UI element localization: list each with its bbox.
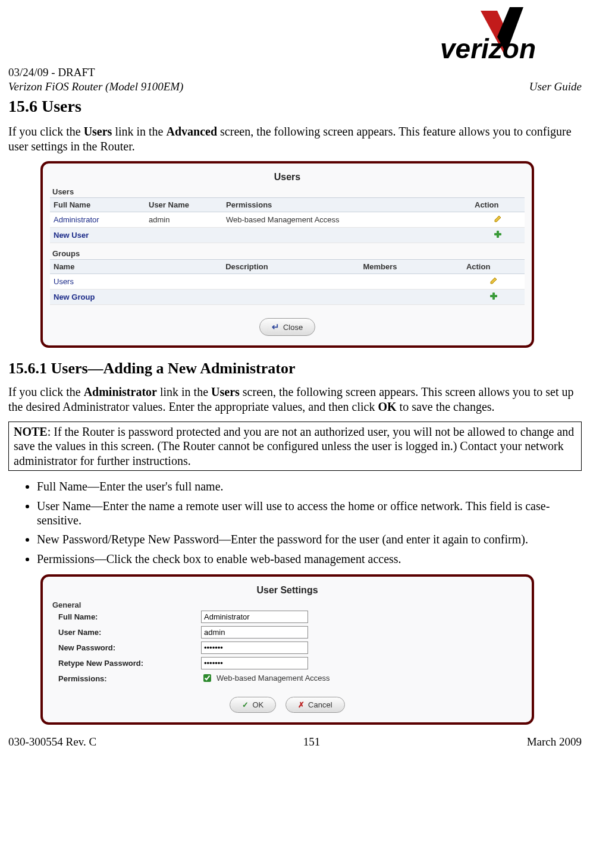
product-name: Verizon FiOS Router (Model 9100EM): [8, 80, 183, 93]
x-icon: ✗: [298, 700, 305, 709]
list-item: Full Name—Enter the user's full name.: [37, 479, 582, 493]
table-header-row: Name Description Members Action: [50, 260, 525, 274]
new-password-label: New Password:: [58, 641, 195, 654]
permissions-checkbox[interactable]: [203, 674, 211, 682]
user-name-label: User Name:: [58, 626, 195, 639]
retype-password-label: Retype New Password:: [58, 657, 195, 669]
button-bar: ↵ Close: [50, 318, 525, 336]
user-name-field[interactable]: [201, 626, 308, 639]
svg-rect-3: [490, 295, 497, 297]
table-row: New Group: [50, 290, 525, 305]
logo-row: verizon: [8, 7, 582, 64]
user-link[interactable]: Administrator: [54, 215, 99, 224]
list-item: Permissions—Click the check box to enabl…: [37, 552, 582, 566]
section-intro: If you click the Users link in the Advan…: [8, 124, 582, 154]
add-icon[interactable]: [489, 292, 498, 300]
user-settings-panel: User Settings General Full Name: User Na…: [40, 574, 534, 725]
cancel-button[interactable]: ✗ Cancel: [285, 697, 344, 713]
table-header-row: Full Name User Name Permissions Action: [50, 198, 525, 212]
guide-label: User Guide: [529, 80, 582, 93]
users-section-label: Users: [52, 187, 525, 196]
table-row: Administrator admin Web-based Management…: [50, 212, 525, 228]
list-item: User Name—Enter the name a remote user w…: [37, 499, 582, 528]
permissions-text: Web-based Management Access: [216, 674, 330, 683]
page-footer: 030-300554 Rev. C 151 March 2009: [8, 735, 582, 749]
bullet-list: Full Name—Enter the user's full name. Us…: [8, 479, 582, 566]
header-row: Verizon FiOS Router (Model 9100EM) User …: [8, 80, 582, 93]
panel-title: Users: [50, 172, 525, 183]
new-password-field[interactable]: [201, 641, 308, 654]
groups-section-label: Groups: [52, 249, 525, 258]
close-button[interactable]: ↵ Close: [259, 318, 315, 336]
add-icon[interactable]: [494, 230, 502, 238]
draft-date: 03/24/09 - DRAFT: [8, 66, 582, 79]
section-heading: 15.6 Users: [8, 97, 582, 116]
button-bar: ✓ OK ✗ Cancel: [50, 697, 525, 713]
list-item: New Password/Retype New Password—Enter t…: [37, 532, 582, 546]
general-label: General: [52, 600, 525, 609]
full-name-field[interactable]: [201, 611, 308, 623]
note-box: NOTE: If the Router is password protecte…: [8, 422, 582, 471]
panel-title: User Settings: [50, 585, 525, 596]
svg-rect-1: [494, 233, 501, 235]
full-name-label: Full Name:: [58, 611, 195, 623]
form-grid: Full Name: User Name: New Password: Rety…: [50, 611, 525, 684]
new-group-link[interactable]: New Group: [54, 293, 95, 301]
retype-password-field[interactable]: [201, 657, 308, 669]
permissions-label: Permissions:: [58, 672, 195, 684]
users-table: Full Name User Name Permissions Action A…: [50, 197, 525, 243]
footer-right: March 2009: [527, 735, 582, 749]
group-link[interactable]: Users: [54, 277, 74, 286]
return-icon: ↵: [272, 322, 280, 332]
users-panel: Users Users Full Name User Name Permissi…: [40, 161, 534, 348]
groups-table: Name Description Members Action Users Ne…: [50, 259, 525, 305]
check-icon: ✓: [242, 700, 249, 709]
ok-button[interactable]: ✓ OK: [230, 697, 276, 713]
edit-icon[interactable]: [494, 215, 502, 223]
subsection-text: If you click the Administrator link in t…: [8, 385, 582, 414]
footer-page: 151: [303, 735, 321, 749]
new-user-link[interactable]: New User: [54, 231, 89, 240]
footer-left: 030-300554 Rev. C: [8, 735, 96, 749]
logo-text: verizon: [440, 33, 536, 64]
subsection-heading: 15.6.1 Users—Adding a New Administrator: [8, 360, 582, 378]
table-row: Users: [50, 274, 525, 290]
table-row: New User: [50, 228, 525, 243]
verizon-logo: verizon: [427, 7, 582, 64]
edit-icon[interactable]: [489, 276, 498, 285]
